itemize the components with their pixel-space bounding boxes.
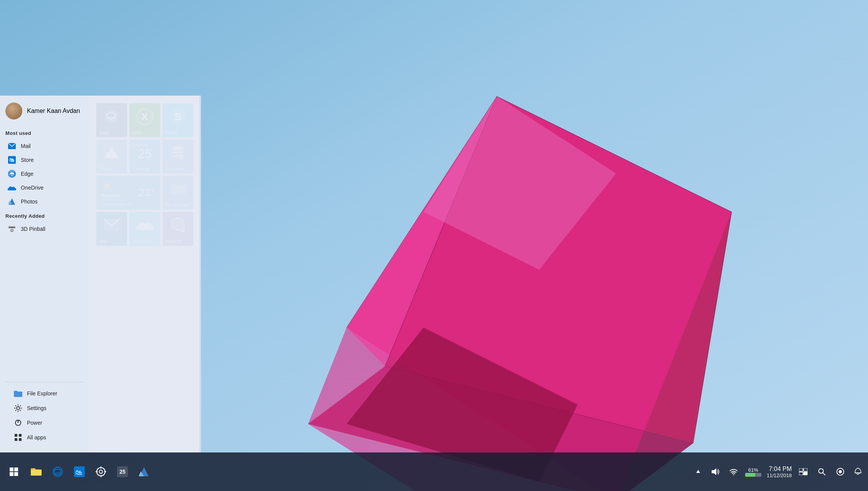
nav-file-explorer-label: File Explorer xyxy=(27,390,57,397)
nav-all-apps[interactable]: All apps xyxy=(12,430,79,445)
battery-fill xyxy=(745,473,755,477)
taskbar-app-file-explorer[interactable] xyxy=(26,462,46,482)
datetime-display[interactable]: 7:04 PM 11/12/2018 xyxy=(767,466,792,478)
svg-marker-57 xyxy=(696,470,700,473)
tray-notifications-icon[interactable] xyxy=(852,466,864,478)
taskbar-settings-icon xyxy=(96,466,106,477)
mail-icon xyxy=(8,142,16,150)
svg-rect-63 xyxy=(804,472,808,475)
app-edge[interactable]: Edge xyxy=(5,167,85,181)
nav-file-explorer[interactable]: File Explorer xyxy=(12,386,79,401)
svg-rect-61 xyxy=(804,468,808,471)
tray-chevron[interactable] xyxy=(692,466,704,478)
time-display: 7:04 PM xyxy=(769,466,792,473)
settings-nav-icon xyxy=(14,404,22,412)
app-3dpinball-label: 3D Pinball xyxy=(21,226,45,232)
app-onedrive-label: OneDrive xyxy=(21,185,44,191)
svg-line-65 xyxy=(823,473,826,476)
svg-point-67 xyxy=(839,470,842,473)
svg-rect-60 xyxy=(799,468,803,471)
taskbar-folder-icon xyxy=(31,466,42,477)
app-onedrive[interactable]: OneDrive xyxy=(5,181,85,195)
photos-icon xyxy=(8,197,16,206)
app-mail[interactable]: Mail xyxy=(5,139,85,153)
taskbar-tray: 61% 7:04 PM 11/12/2018 xyxy=(692,465,864,479)
nav-power[interactable]: Power xyxy=(12,415,79,430)
nav-all-apps-label: All apps xyxy=(27,434,46,441)
svg-rect-28 xyxy=(19,434,22,437)
user-name: Kamer Kaan Avdan xyxy=(27,108,80,114)
svg-rect-30 xyxy=(19,438,22,441)
app-edge-label: Edge xyxy=(21,171,34,177)
taskbar-app-store[interactable]: 🛍 xyxy=(69,462,89,482)
app-photos[interactable]: Photos xyxy=(5,195,85,209)
taskbar-calendar-icon: 25 xyxy=(117,466,128,477)
taskbar-app-settings[interactable] xyxy=(91,462,111,482)
taskbar-photos-icon xyxy=(139,466,149,477)
app-mail-label: Mail xyxy=(21,143,31,149)
windows-logo-icon xyxy=(10,467,18,476)
svg-text:🛍: 🛍 xyxy=(75,469,82,476)
taskbar-app-edge[interactable] xyxy=(48,462,68,482)
edge-icon xyxy=(8,170,16,178)
battery-bar xyxy=(745,473,761,477)
svg-point-50 xyxy=(97,467,105,476)
nav-settings[interactable]: Settings xyxy=(12,401,79,415)
folder-nav-icon xyxy=(14,389,22,398)
svg-rect-29 xyxy=(15,438,17,441)
taskbar-store-icon: 🛍 xyxy=(74,466,85,477)
most-used-label: Most used xyxy=(5,130,85,136)
tray-volume-icon[interactable] xyxy=(710,466,722,478)
app-store[interactable]: 🛍 Store xyxy=(5,153,85,167)
tray-search-icon[interactable] xyxy=(815,465,829,479)
start-menu: Kamer Kaan Avdan Most used Mail 🛍 Store … xyxy=(0,96,199,452)
taskbar: 🛍 25 xyxy=(0,452,868,491)
tray-cortana-icon[interactable] xyxy=(834,466,846,478)
start-button[interactable] xyxy=(4,462,24,482)
svg-rect-27 xyxy=(15,434,17,437)
taskbar-app-photos[interactable] xyxy=(134,462,154,482)
tray-wifi-icon[interactable] xyxy=(727,466,740,478)
app-photos-label: Photos xyxy=(21,198,38,205)
svg-text:🛍: 🛍 xyxy=(9,157,14,163)
svg-rect-23 xyxy=(9,226,10,227)
nav-power-label: Power xyxy=(27,420,42,426)
grid-nav-icon xyxy=(14,433,22,442)
taskbar-edge-icon xyxy=(52,466,63,477)
svg-point-59 xyxy=(733,474,734,476)
power-nav-icon xyxy=(14,419,22,427)
recently-added-label: Recently Added xyxy=(5,213,85,219)
store-icon: 🛍 xyxy=(8,156,16,164)
svg-point-64 xyxy=(819,469,823,473)
start-menu-left: Kamer Kaan Avdan Most used Mail 🛍 Store … xyxy=(0,96,89,452)
app-3dpinball[interactable]: 3D Pinball xyxy=(5,222,85,236)
taskbar-app-calendar[interactable]: 25 xyxy=(112,462,132,482)
avatar xyxy=(5,103,22,119)
svg-point-49 xyxy=(99,470,103,474)
svg-marker-58 xyxy=(712,468,716,475)
svg-rect-62 xyxy=(799,472,803,475)
pinball-icon xyxy=(8,225,16,233)
svg-rect-24 xyxy=(13,226,15,227)
onedrive-icon xyxy=(8,183,16,192)
battery-indicator[interactable]: 61% xyxy=(745,467,761,477)
date-display: 11/12/2018 xyxy=(767,473,792,478)
tray-task-view[interactable] xyxy=(797,466,809,478)
svg-point-21 xyxy=(11,230,13,231)
user-profile[interactable]: Kamer Kaan Avdan xyxy=(5,103,85,119)
app-store-label: Store xyxy=(21,157,34,163)
bottom-nav: File Explorer Settings Power xyxy=(5,382,85,449)
battery-percent: 61% xyxy=(748,467,758,473)
nav-settings-label: Settings xyxy=(27,405,47,411)
